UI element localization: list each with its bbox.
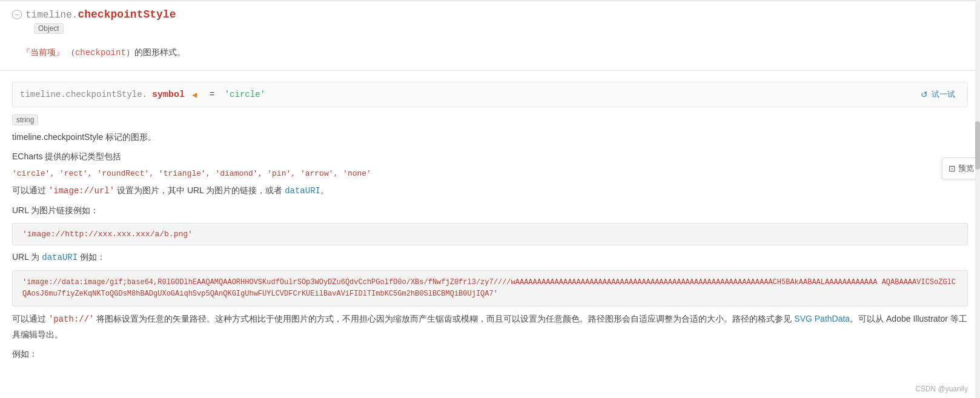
prop-prefix: timeline.checkpointStyle. [20,90,147,99]
main-content: − timeline.checkpointStyle Object 『当前项』 … [0,0,980,398]
scrollbar-thumb[interactable] [975,121,980,170]
url-code-block: 'image://http://xxx.xxx.xxx/a/b.png' [12,223,968,245]
try-label: 试一试 [932,89,955,100]
symbol-list: 'circle', 'rect', 'roundRect', 'triangle… [12,169,968,178]
url-label: URL 为图片链接例如： [12,204,968,218]
prop-equals: = [205,90,220,99]
section-header: − timeline.checkpointStyle [0,1,980,23]
svg-pathdata-link[interactable]: SVG PathData [794,314,850,323]
footer-credit: CSDN @yuanliy [915,385,968,393]
property-header-bar: timeline.checkpointStyle. symbol ◀ = 'ci… [12,82,968,107]
type-badge-object: Object [34,23,64,34]
prop-desc-3: 可以通过 'image://url' 设置为图片，其中 URL 为图片的链接，或… [12,183,968,199]
preview-label: 预览 [958,163,974,174]
preview-icon: ⊡ [949,164,956,173]
datauri-code-block: 'image://data:image/gif;base64,R0lGODlhE… [12,270,968,307]
property-header-left: timeline.checkpointStyle. symbol ◀ = 'ci… [20,90,265,100]
scrollbar-track [975,0,980,398]
header-description: 『当前项』 （checkpoint）的图形样式。 [0,40,980,65]
prop-symbol-name: symbol [152,90,185,100]
prop-desc-2: ECharts 提供的标记类型包括 [12,150,968,164]
preview-button[interactable]: ⊡ 预览 [942,158,980,179]
header-title: timeline.checkpointStyle [25,8,176,21]
collapse-icon[interactable]: − [12,10,22,19]
prop-desc-4: 可以通过 'path://' 将图标设置为任意的矢量路径。这种方式相比于使用图片… [12,311,968,342]
prop-value: 'circle' [225,90,265,99]
example-label: 例如： [12,347,968,362]
property-section: timeline.checkpointStyle. symbol ◀ = 'ci… [0,76,980,373]
header-method: checkpointStyle [78,8,176,21]
try-button[interactable]: ↺ 试一试 [916,87,960,102]
type-badge-string: string [12,114,38,125]
header-prefix: timeline. [25,10,78,21]
prop-arrow: ◀ [192,90,197,100]
prop-desc-1: timeline.checkpointStyle 标记的图形。 [12,130,968,145]
datauri-label: URL 为 dataURI 例如： [12,250,968,265]
refresh-icon: ↺ [921,90,928,99]
